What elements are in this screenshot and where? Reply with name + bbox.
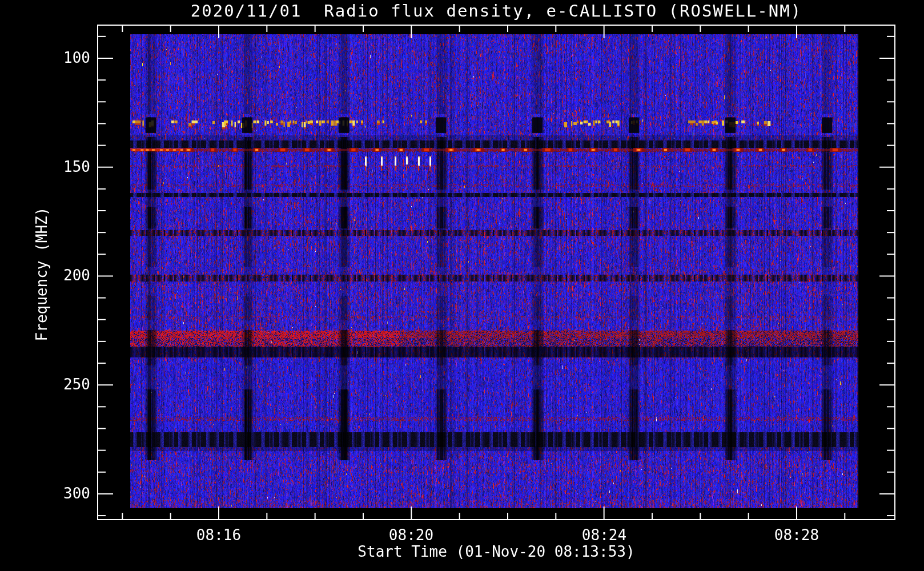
spectrogram-canvas — [0, 0, 924, 571]
x-tick-label-0828: 08:28 — [757, 526, 837, 544]
x-tick-label-0816: 08:16 — [179, 526, 259, 544]
y-axis-title: Frequency (MHZ) — [33, 183, 51, 365]
y-tick-label-100: 100 — [23, 49, 90, 66]
y-tick-label-250: 250 — [23, 376, 90, 393]
y-tick-label-150: 150 — [23, 158, 90, 175]
x-tick-label-0824: 08:24 — [564, 526, 644, 544]
x-tick-label-0820: 08:20 — [371, 526, 451, 544]
y-tick-label-300: 300 — [23, 485, 90, 502]
chart-title: 2020/11/01 Radio flux density, e-CALLIST… — [98, 1, 895, 21]
spectrogram-plot: 2020/11/01 Radio flux density, e-CALLIST… — [0, 0, 924, 571]
x-axis-title: Start Time (01-Nov-20 08:13:53) — [98, 543, 895, 560]
